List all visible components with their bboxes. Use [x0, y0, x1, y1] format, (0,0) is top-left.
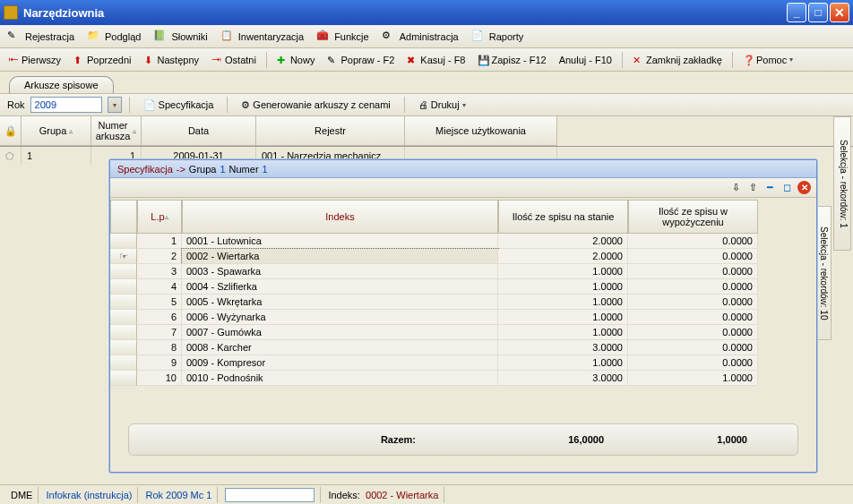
row-icon: ⬠: [5, 150, 14, 162]
close-tab-button[interactable]: ✕Zamknij zakładkę: [628, 53, 727, 67]
col-rejestr[interactable]: Rejestr: [256, 116, 405, 146]
rok-input[interactable]: [30, 97, 102, 113]
sub-col-mark[interactable]: [110, 200, 137, 234]
dropdown-icon: ▾: [462, 101, 466, 109]
sub-col-stan[interactable]: Ilość ze spisu na stanie: [498, 200, 628, 234]
generowanie-button[interactable]: ⚙Generowanie arkuszy z cenami: [235, 97, 396, 114]
cell-wyp: 0.0000: [628, 355, 758, 371]
print-icon: 🖨: [418, 99, 428, 110]
cell-wyp: 1.0000: [628, 371, 758, 386]
col-grupa[interactable]: Grupa▵: [22, 116, 91, 146]
save-icon: 💾: [478, 55, 488, 65]
row-marker: [110, 264, 137, 279]
col-lock[interactable]: 🔒: [0, 116, 22, 146]
sub-grid-row[interactable]: 70007 - Gumówka1.00000.0000: [110, 325, 816, 340]
tab-arkusze[interactable]: Arkusze spisowe: [9, 76, 114, 93]
side-tab-selekcja-1[interactable]: Selekcja - rekordów: 1: [833, 116, 851, 251]
maximize-icon[interactable]: ◻: [780, 181, 794, 194]
menu-slowniki[interactable]: 📗Słowniki: [153, 30, 207, 44]
title-numer-v: 1: [263, 164, 268, 175]
delete-button[interactable]: ✖Kasuj - F8: [402, 53, 470, 67]
delete-icon: ✖: [407, 55, 418, 65]
cell-wyp: 0.0000: [628, 279, 758, 295]
cell-lp: 10: [137, 371, 182, 386]
sub-grid-row[interactable]: ☞20002 - Wiertarka2.00000.0000: [110, 249, 816, 264]
sb-search: [220, 487, 321, 503]
col-numer[interactable]: Numer arkusza▵: [91, 116, 142, 146]
rok-dropdown[interactable]: ▾: [108, 97, 122, 113]
sub-grid-row[interactable]: 90009 - Kompresor1.00000.0000: [110, 355, 816, 371]
drukuj-button[interactable]: 🖨Drukuj ▾: [412, 97, 472, 113]
maximize-button[interactable]: □: [808, 3, 828, 22]
sb-dme: DME: [5, 487, 39, 503]
edit-button[interactable]: ✎Popraw - F2: [323, 53, 399, 67]
tb-label: Zapisz - F12: [491, 55, 546, 65]
totals-label: Razem:: [156, 434, 461, 445]
status-input[interactable]: [225, 488, 314, 502]
sub-col-indeks[interactable]: Indeks: [182, 200, 498, 234]
close-icon[interactable]: ✕: [797, 181, 811, 194]
last-icon: ⭲: [211, 55, 222, 65]
next-icon: ⬇: [144, 55, 155, 65]
main-grid-header: 🔒 Grupa▵ Numer arkusza▵ Data Rejestr Mie…: [0, 116, 853, 147]
sub-grid-row[interactable]: 40004 - Szlifierka1.00000.0000: [110, 279, 816, 295]
menu-label: Funkcje: [334, 31, 369, 42]
sub-grid-row[interactable]: 60006 - Wyżynarka1.00000.0000: [110, 310, 816, 325]
tb-label: Następny: [158, 55, 199, 65]
first-button[interactable]: ⭰Pierwszy: [4, 53, 65, 67]
sub-grid-row[interactable]: 10001 - Lutownica2.00000.0000: [110, 234, 816, 249]
cell-indeks: 0004 - Szlifierka: [182, 279, 498, 295]
btn-label: Specyfikacja: [159, 99, 214, 110]
new-button[interactable]: ✚Nowy: [272, 53, 320, 67]
sub-grid-row[interactable]: 30003 - Spawarka1.00000.0000: [110, 264, 816, 279]
help-button[interactable]: ❓Pomoc ▾: [738, 53, 797, 67]
cell-stan: 1.0000: [498, 325, 628, 340]
menu-raporty[interactable]: 📄Raporty: [471, 30, 524, 44]
menu-rejestracja[interactable]: ✎Rejestracja: [7, 30, 74, 44]
cell-wyp: 0.0000: [628, 340, 758, 355]
tabbar: Arkusze spisowe: [0, 72, 853, 93]
col-data[interactable]: Data: [142, 116, 256, 146]
cell-stan: 2.0000: [498, 234, 628, 249]
spec-subwindow: Specyfikacja -> Grupa 1 Numer 1 ⇩ ⇧ ━ ◻ …: [109, 159, 817, 473]
save-button[interactable]: 💾Zapisz - F12: [473, 53, 550, 67]
cell-stan: 1.0000: [498, 310, 628, 325]
tb-label: Zamknij zakładkę: [646, 55, 722, 65]
cell-stan: 3.0000: [498, 340, 628, 355]
close-button[interactable]: ✕: [830, 3, 849, 22]
menu-funkcje[interactable]: 🧰Funkcje: [316, 30, 369, 44]
minimize-icon[interactable]: ━: [763, 181, 777, 194]
help-icon: ❓: [743, 55, 754, 65]
down-icon[interactable]: ⇩: [729, 181, 743, 194]
menu-inwentaryzacja[interactable]: 📋Inwentaryzacja: [220, 30, 304, 44]
menu-podglad[interactable]: 📁Podgląd: [87, 30, 141, 44]
next-button[interactable]: ⬇Następny: [140, 53, 203, 67]
prev-button[interactable]: ⬆Poprzedni: [69, 53, 136, 67]
col-miejsce[interactable]: Miejsce użytkowania: [405, 116, 557, 146]
minimize-button[interactable]: _: [787, 3, 806, 22]
sub-grid-row[interactable]: 80008 - Karcher3.00000.0000: [110, 340, 816, 355]
sort-icon: ▵: [165, 213, 168, 221]
specyfikacja-button[interactable]: 📄Specyfikacja: [137, 97, 220, 114]
sub-grid-row[interactable]: 100010 - Podnośnik3.00001.0000: [110, 371, 816, 386]
sub-grid-row[interactable]: 50005 - Wkrętarka1.00000.0000: [110, 295, 816, 310]
dropdown-icon: ▾: [789, 56, 793, 64]
cancel-button[interactable]: Anuluj - F10: [555, 53, 616, 67]
sub-col-lp[interactable]: L.p ▵: [137, 200, 182, 234]
up-icon[interactable]: ⇧: [746, 181, 760, 194]
tb-label: Poprzedni: [87, 55, 132, 65]
prev-icon: ⬆: [73, 55, 84, 65]
gen-icon: ⚙: [241, 99, 250, 111]
toolbar: ⭰Pierwszy ⬆Poprzedni ⬇Następny ⭲Ostatni …: [0, 48, 853, 72]
sort-icon: ▵: [69, 127, 73, 135]
cell-indeks: 0009 - Kompresor: [182, 355, 498, 371]
pencil-icon: ✎: [7, 30, 22, 44]
menu-administracja[interactable]: ⚙Administracja: [382, 30, 459, 44]
last-button[interactable]: ⭲Ostatni: [207, 53, 261, 67]
menu-label: Rejestracja: [25, 31, 74, 42]
plus-icon: ✚: [277, 55, 288, 65]
tb-label: Ostatni: [225, 55, 256, 65]
sub-col-wyp[interactable]: Ilość ze spisu w wypożyczeniu: [628, 200, 758, 234]
sb-infokrak[interactable]: Infokrak (instrukcja): [40, 487, 138, 503]
subwin-title: Specyfikacja -> Grupa 1 Numer 1: [110, 160, 816, 178]
